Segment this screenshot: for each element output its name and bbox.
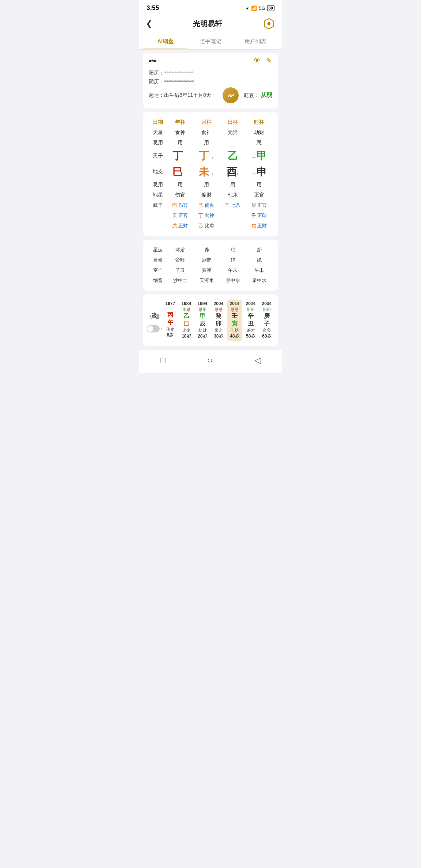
toggle-container: × [147,325,163,332]
qiyun-text: 起运：出生后6年11个月0天 [149,92,217,99]
zanggan-ri-1: 辛 七杀 [220,200,246,210]
dizhi-shi-char: 申 [257,166,267,178]
tab-ai[interactable]: AI细盘 [143,34,188,49]
yangli-label: 阳历： [149,70,164,76]
tab-bar: AI细盘 随手笔记 用户列表 [139,34,282,50]
dayun-char1-2034: 庚 [264,313,270,319]
xingyun-nayin-1: 沙中土 [167,275,193,286]
nav-square-button[interactable]: □ [160,355,166,365]
toggle-thumb [147,326,153,332]
dayun-chars-1977: 丙 午 [163,311,177,327]
dayun-char2-2024: 丑 [248,320,254,327]
dayun-age-2004: 38岁 [212,333,225,339]
dayun-star-2014: 印劫 [228,328,242,333]
xingyun-row-4: 纳音 沙中土 天河水 泉中水 泉中水 [149,275,272,286]
jiyong-bottom-nian: 用 [167,180,193,190]
eye-icon[interactable]: 👁 [254,56,261,65]
tiangan-row: 天干 丁→ 丁→ 乙 ←甲 [149,148,272,164]
xingyun-tai: 胎 [246,245,272,255]
edit-icon[interactable]: ✎ [266,56,272,65]
zanggan-shi-2: 壬 正印 [246,210,272,221]
jiyong-bottom-ri: 用 [220,180,246,190]
xingyun-label-4: 纳音 [149,275,167,286]
zanggan-row-1: 藏干 丙 伤官 己 偏财 辛 七杀 庚 正官 [149,200,272,210]
dizhi-yue: 未→ [193,164,220,180]
wifi-icon: 📶 [251,5,257,11]
jiyong-bottom-row: 忌用 用 用 用 用 [149,180,272,190]
dayun-age-2024: 58岁 [244,333,258,339]
col-shizhu: 时柱 [246,117,272,127]
tianxing-label: 天星 [149,127,167,138]
profile-card: *** 👁 ✎ 阳历： *************** 阴历： ********… [143,53,278,108]
col-nianzhu: 年柱 [167,117,193,127]
tiangan-shi-arrow: ← [251,155,257,160]
dizhi-shi: ←申 [246,164,272,180]
qiyun-row: 起运：出生后6年11个月0天 VIP 旺衰：从弱 [149,87,272,103]
tiangan-nian-char: 丁 [172,150,183,161]
dayun-char1-1977: 丙 [167,312,173,318]
dayun-col-2014: 2014 忌忌 壬 寅 印劫 48岁 [227,300,242,341]
nav-back-button[interactable]: ◁ [254,355,261,365]
dixing-ri: 七杀 [220,190,246,200]
battery-indicator: 80 [267,5,274,11]
profile-name: *** [149,58,156,66]
xingyun-jue3: 绝 [246,255,272,265]
tab-notes[interactable]: 随手笔记 [188,34,233,49]
xingyun-wuwei1: 午未 [220,265,246,275]
dayun-char1-2004: 癸 [216,313,221,319]
zanggan-ri-3 [220,221,246,231]
jiyong-top-label: 忌用 [149,138,167,148]
dayun-year-2024: 2024 [244,301,258,306]
dayun-age-2034: 68岁 [260,333,274,339]
dayun-yongjie-1994: 忌用 [196,307,209,312]
zanggan-yue-3: 乙 比肩 [193,221,220,231]
dayun-year-2014: 2014 [228,301,242,306]
dayun-char1-1994: 甲 [200,313,205,319]
dayun-age-1994: 28岁 [196,333,209,339]
zanggan-row-2: 庚 正官 丁 食神 壬 正印 [149,210,272,221]
toggle-switch[interactable] [147,325,160,332]
jiyong-bottom-label: 忌用 [149,180,167,190]
dayun-age-1984: 18岁 [179,333,193,339]
dayun-age-2014: 48岁 [228,333,242,339]
back-button[interactable]: ❮ [146,19,152,28]
xingyun-jue1: 绝 [220,245,246,255]
bazi-card: 日期 年柱 月柱 日柱 时柱 天星 食神 食神 元男 劫财 忌用 用 用 [143,112,278,236]
xingyun-nayin-2: 天河水 [193,275,220,286]
zanggan-nian-3: 戊 正财 [167,221,193,231]
zanggan-row-3: 戊 正财 乙 比肩 戊 正财 [149,221,272,231]
dayun-year-1994: 1994 [196,301,209,306]
zanggan-label: 藏干 [149,200,167,210]
tiangan-yue: 丁→ [193,148,220,164]
tiangan-yue-char: 丁 [199,150,209,161]
bluetooth-icon: ∗ [245,5,249,11]
tab-users[interactable]: 用户列表 [233,34,278,49]
dizhi-ri-char: 酉 [227,166,237,178]
dayun-container: 大运 小运 × 1977 丙 午 伤食 8岁 [147,300,274,341]
profile-actions: 👁 ✎ [254,56,272,65]
yinli-value: *************** [164,79,194,85]
dayun-char1-2014: 壬 [232,313,238,319]
tiangan-label: 天干 [149,148,167,164]
settings-button[interactable] [263,18,275,30]
dizhi-label: 地支 [149,164,167,180]
xingyun-diwang: 帝旺 [167,255,193,265]
app-header: ❮ 光明易轩 [139,14,282,34]
nav-circle-button[interactable]: ○ [207,355,213,365]
dayun-cols: 1977 丙 午 伤食 8岁 1984 用忌 乙 巳 比伤 18岁 [163,300,274,341]
zanggan-ri-2 [220,210,246,221]
dayun-yongjie-2014: 忌忌 [228,307,242,312]
yinli-label: 阴历： [149,79,164,85]
dayun-char2-2034: 子 [264,320,270,327]
xingyun-yang: 养 [193,245,220,255]
col-rizhu: 日柱 [220,117,246,127]
status-icons: ∗ 📶 5G 80 [245,5,274,11]
tianxing-shi: 劫财 [246,127,272,138]
tiangan-nian: 丁→ [167,148,193,164]
xingyun-row-2: 自坐 帝旺 冠带 绝 绝 [149,255,272,265]
jiyong-shi: 忌 [246,138,272,148]
dayun-star-1984: 比伤 [179,328,193,333]
wangshuai-label: 旺衰：从弱 [244,92,272,99]
col-riqi: 日期 [149,117,167,127]
dizhi-ri-arrow: ↑ [237,171,239,176]
